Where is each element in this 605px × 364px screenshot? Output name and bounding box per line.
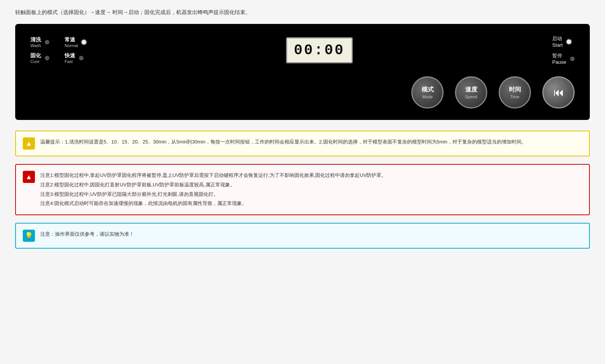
time-btn-cn: 时间 [509, 86, 521, 94]
time-btn-en: Time [510, 95, 519, 99]
cure-led [45, 56, 49, 60]
warning-text: 温馨提示：1.清洗时间设置是5、10、15、20、25、30min，从5min到… [40, 137, 526, 147]
play-icon: ⏮ [553, 87, 564, 98]
timer-display: 00:00 [286, 37, 353, 63]
play-button[interactable]: ⏮ [542, 76, 575, 109]
right-controls: 启动 Start 暂停 Pause [552, 35, 575, 65]
cure-cn: 固化 [30, 52, 41, 59]
indicator-row-2: 固化 Cure 快速 Fast [30, 52, 86, 64]
danger-line-2: 注意2:模型固化过程中,因固化灯直射UV防护罩前板,UV防护罩前板温度较高,属正… [40, 180, 386, 190]
indicator-wash: 清洗 Wash [30, 36, 49, 48]
speed-btn-cn: 速度 [465, 86, 477, 94]
pause-en: Pause [552, 59, 566, 65]
wash-cn: 清洗 [30, 36, 41, 43]
pause-cn: 暂停 [552, 52, 562, 59]
danger-line-1: 注意1:模型固化过程中,拿起UV防护罩固化程序将被暂停,盖上UV防护罩后需按下启… [40, 171, 386, 180]
warning-icon: ▲ [23, 137, 35, 150]
warning-content: 温馨提示：1.清洗时间设置是5、10、15、20、25、30min，从5min到… [40, 137, 526, 147]
control-panel: 清洗 Wash 常速 Normal [15, 24, 590, 120]
speed-btn-en: Speed [465, 95, 477, 99]
indicator-fast: 快速 Fast [65, 52, 84, 64]
pause-indicator: 暂停 Pause [552, 52, 575, 65]
fast-led [79, 56, 84, 60]
mode-btn-en: Mode [422, 95, 433, 99]
normal-led [82, 40, 86, 44]
danger-content: 注意1:模型固化过程中,拿起UV防护罩固化程序将被暂停,盖上UV防护罩后需按下启… [40, 171, 386, 208]
danger-alert: ▲ 注意1:模型固化过程中,拿起UV防护罩固化程序将被暂停,盖上UV防护罩后需按… [15, 164, 590, 215]
info-icon: 💡 [23, 230, 35, 242]
speed-button[interactable]: 速度 Speed [455, 76, 487, 109]
time-button[interactable]: 时间 Time [499, 76, 531, 109]
danger-icon: ▲ [23, 171, 35, 183]
wash-led [45, 40, 49, 44]
normal-cn: 常速 [65, 36, 75, 43]
panel-top: 清洗 Wash 常速 Normal [30, 35, 575, 65]
indicator-cure: 固化 Cure [30, 52, 49, 64]
mode-button[interactable]: 模式 Mode [411, 76, 444, 109]
panel-bottom: 模式 Mode 速度 Speed 时间 Time ⏮ [30, 72, 575, 109]
info-alert: 💡 注意：操作界面仅供参考，请以实物为准！ [15, 223, 590, 249]
fast-cn: 快速 [65, 52, 75, 59]
wash-en: Wash [30, 43, 41, 48]
start-cn: 启动 [552, 35, 562, 42]
cure-en: Cure [30, 59, 39, 64]
start-en: Start [552, 42, 562, 48]
pause-led [570, 57, 575, 61]
start-indicator: 启动 Start [552, 35, 575, 48]
intro-text: 轻触面板上的模式（选择固化）→速度→ 时间→启动；固化完成后，机器发出蜂鸣声提示… [15, 8, 590, 17]
danger-line-3: 注意3:模型固化过程中,UV防护罩已阻隔大部分紫外光,灯光刺眼,请勿直视固化灯。 [40, 190, 386, 199]
info-content: 注意：操作界面仅供参考，请以实物为准！ [40, 230, 134, 239]
normal-en: Normal [65, 43, 78, 48]
warning-alert: ▲ 温馨提示：1.清洗时间设置是5、10、15、20、25、30min，从5mi… [15, 131, 590, 156]
mode-indicators: 清洗 Wash 常速 Normal [30, 36, 86, 64]
info-text: 注意：操作界面仅供参考，请以实物为准！ [40, 230, 134, 239]
fast-en: Fast [65, 59, 73, 64]
danger-line-4: 注意4:固化模式启动时可能存在加速缓慢的现象，此情况由电机的固有属性导致，属正常… [40, 199, 386, 208]
indicator-row-1: 清洗 Wash 常速 Normal [30, 36, 86, 48]
start-led [567, 39, 571, 44]
mode-btn-cn: 模式 [422, 86, 434, 94]
indicator-normal: 常速 Normal [65, 36, 86, 48]
